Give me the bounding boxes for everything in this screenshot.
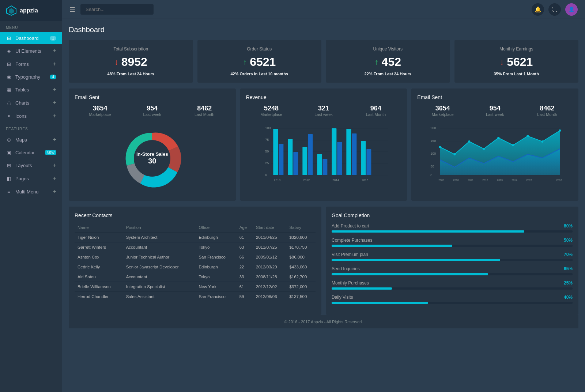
sidebar-item-dashboard[interactable]: ⊞ Dashboard 1 [0,32,62,44]
svg-rect-17 [293,152,298,175]
sidebar-item-forms[interactable]: ⊟ Forms + [0,57,62,71]
svg-rect-27 [366,149,371,175]
multi-menu-icon: ≡ [6,189,12,195]
ui-elements-plus-icon: + [53,48,56,54]
goal-label: Monthly Purchases [332,280,369,286]
svg-text:2013: 2013 [497,179,503,181]
user-avatar[interactable]: 👤 [565,3,578,16]
table-cell: San Francisco [196,292,236,302]
sidebar-item-typography[interactable]: ◉ Typography 4 [0,71,62,83]
arrow-up-icon-2: ↑ [375,57,379,67]
maps-icon: ⊕ [6,137,12,143]
donut-label: In-Store Sales 30 [136,151,168,165]
revenue-marketplace-lbl: Marketplace [246,112,297,117]
search-input[interactable] [80,4,154,15]
svg-point-48 [498,137,500,139]
topbar: ☰ 🔔 ⛶ 👤 [62,0,585,19]
goal-item: Visit Premium plan 70% [332,252,573,261]
topbar-left: ☰ [69,4,154,15]
goal-label: Dally Visits [332,295,353,300]
table-row: Cedric KellySenior Javascript DeveloperE… [75,262,316,272]
revenue-title: Revenue [246,94,401,100]
svg-rect-23 [337,142,342,175]
stat-footer-earnings: 35% From Last 1 Month [462,72,571,76]
stat-title-visitors: Unique Visitors [333,46,443,52]
svg-point-46 [468,140,471,143]
revenue-stats: 5248 Marketplace 321 Last week 964 Last … [246,105,401,117]
table-cell: Junior Technical Author [123,252,196,262]
table-cell: 2011/04/25 [253,233,286,242]
layouts-icon: ⊞ [6,162,12,168]
table-cell: Senior Javascript Developer [123,262,196,272]
svg-rect-22 [332,128,336,175]
revenue-marketplace-val: 5248 [246,105,297,112]
maps-plus-icon: + [53,136,56,143]
goal-percent: 40% [564,295,573,300]
table-cell: $86,000 [286,252,316,262]
table-cell: Brielle Williamson [75,282,123,292]
sidebar-item-multi-menu[interactable]: ≡ Multi Menu + [0,185,62,198]
table-cell: 61 [237,233,253,242]
goal-label: Complete Purchases [332,238,372,243]
icons-icon: ✦ [6,113,12,119]
sidebar-label-icons: Icons [15,113,27,119]
sidebar-logo[interactable]: appzia [0,0,62,21]
bar-chart-svg: 100 75 50 25 0 [246,123,401,191]
topbar-right: 🔔 ⛶ 👤 [532,3,578,16]
notifications-icon[interactable]: 🔔 [532,3,544,16]
footer: © 2016 - 2017 Appzia - All Rights Reserv… [69,315,578,328]
arrow-down-icon: ↓ [114,57,118,67]
svg-point-44 [439,146,441,148]
goal-label: Visit Premium plan [332,252,368,257]
typography-badge: 4 [50,75,56,79]
svg-marker-43 [440,131,560,175]
table-cell: New York [196,282,236,292]
bottom-row: Recent Contacts Name Position Office Age… [69,207,578,315]
sidebar-item-calendar[interactable]: ▣ Calendar NEW [0,146,62,159]
stat-cards: Total Subscription ↓ 8952 48% From Last … [69,40,578,83]
email-lastmonth-val: 8462 [179,105,230,112]
donut-chart: In-Store Sales 30 [119,125,185,191]
svg-text:2016: 2016 [362,178,368,182]
table-cell: 2011/07/25 [253,242,286,252]
goal-bar-fill [332,230,524,233]
table-cell: 2012/08/06 [253,292,286,302]
goals-list: Add Product to cart 80% Complete Purchas… [332,223,573,304]
svg-point-52 [559,129,561,132]
forms-plus-icon: + [53,61,56,67]
sidebar-item-ui-elements[interactable]: ◈ UI Elements + [0,44,62,57]
goal-bar-background [332,273,573,275]
table-cell: Edinburgh [196,233,236,242]
svg-text:75: 75 [265,138,269,142]
goal-header: Visit Premium plan 70% [332,252,573,257]
stat-card-unique-visitors: Unique Visitors ↑ 452 22% From Last 24 H… [326,40,450,83]
email-lastweek-lbl: Last week [127,112,178,117]
sidebar-item-layouts[interactable]: ⊞ Layouts + [0,159,62,172]
hamburger-icon[interactable]: ☰ [69,5,75,14]
sidebar-item-pages[interactable]: ◧ Pages + [0,172,62,185]
col-startdate: Start date [253,223,286,233]
goal-bar-fill [332,259,500,261]
sidebar-label-multi-menu: Multi Menu [15,189,39,195]
fullscreen-icon[interactable]: ⛶ [548,3,561,16]
table-cell: 61 [237,282,253,292]
email-marketplace-lbl: Marketplace [75,112,125,117]
table-cell: $433,060 [286,262,316,272]
sidebar-item-charts[interactable]: ◌ Charts + [0,96,62,109]
svg-text:2011: 2011 [468,179,474,181]
email-sent-right-card: Email Sent 3654 Marketplace 954 Last wee… [411,88,578,201]
donut-chart-wrap: In-Store Sales 30 [75,122,230,195]
svg-text:150: 150 [431,139,436,143]
content-area: Dashboard Total Subscription ↓ 8952 48% … [62,19,585,392]
goal-percent: 80% [564,223,573,229]
sidebar-item-icons[interactable]: ✦ Icons + [0,109,62,122]
table-cell: Cedric Kelly [75,262,123,272]
sidebar-item-tables[interactable]: ▦ Tables + [0,83,62,96]
typography-icon: ◉ [6,74,12,80]
svg-marker-1 [9,8,14,14]
table-cell: $170,750 [286,242,316,252]
svg-text:2012: 2012 [483,179,488,181]
sidebar-item-maps[interactable]: ⊕ Maps + [0,133,62,146]
svg-rect-25 [352,133,356,175]
table-cell: Sales Assistant [123,292,196,302]
